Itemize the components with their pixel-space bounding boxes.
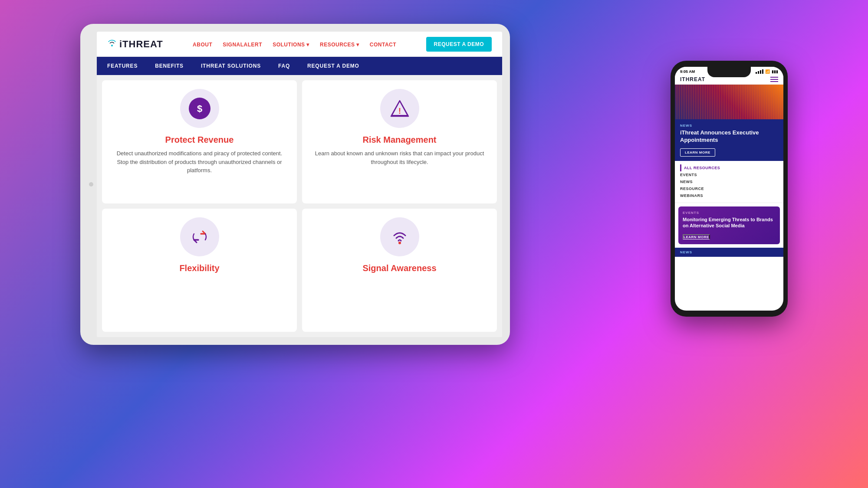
resource-all[interactable]: ALL RESOURCES — [680, 164, 778, 171]
subnav-benefits[interactable]: BENEFITS — [155, 63, 184, 69]
svg-text:$: $ — [197, 103, 202, 114]
resource-webinars[interactable]: WEBINARS — [680, 192, 778, 199]
phone-resources-list: ALL RESOURCES EVENTS NEWS RESOURCE WEBIN… — [675, 161, 783, 203]
tablet-navbar: iTHREAT ABOUT SIGNALALERT SOLUTIONS ▾ RE… — [97, 32, 502, 57]
svg-text:!: ! — [398, 107, 401, 115]
menu-line-1 — [770, 77, 778, 78]
event-tag: EVENTS — [683, 211, 776, 215]
feature-flexibility: Flexibility — [102, 209, 297, 332]
event-title: Monitoring Emerging Threats to Brands on… — [683, 216, 776, 229]
feature-protect-revenue: $ Protect Revenue Detect unauthorized mo… — [102, 80, 297, 203]
logo-text: iTHREAT — [119, 39, 163, 50]
phone-status-icons: 📶 ▮▮▮ — [756, 69, 778, 74]
hamburger-menu-icon[interactable] — [770, 77, 778, 82]
phone-device: 9:05 AM 📶 ▮▮▮ ITHREAT — [671, 61, 788, 317]
protect-revenue-icon-circle: $ — [180, 89, 219, 128]
phone-notch — [707, 67, 751, 77]
resource-events[interactable]: EVENTS — [680, 171, 778, 178]
signal-awareness-icon-circle — [380, 217, 419, 256]
phone-event-card: EVENTS Monitoring Emerging Threats to Br… — [678, 206, 780, 245]
wifi-signal-icon — [107, 39, 117, 48]
chevron-down-icon: ▾ — [356, 42, 359, 48]
warning-triangle-icon: ! — [389, 98, 411, 119]
tablet-subnav: FEATURES BENEFITS ITHREAT SOLUTIONS FAQ … — [97, 57, 502, 75]
phone-screen: 9:05 AM 📶 ▮▮▮ ITHREAT — [675, 67, 783, 311]
subnav-faq[interactable]: FAQ — [278, 63, 290, 69]
nav-contact[interactable]: CONTACT — [370, 42, 396, 48]
svg-point-6 — [398, 242, 401, 244]
news-learn-more-button[interactable]: LEARN MORE — [680, 148, 715, 157]
news-title: iThreat Announces Executive Appointments — [680, 129, 778, 144]
battery-icon: ▮▮▮ — [772, 69, 778, 74]
nav-resources[interactable]: RESOURCES ▾ — [320, 42, 359, 48]
news-tag: NEWS — [680, 124, 778, 128]
tablet-logo: iTHREAT — [107, 39, 163, 50]
protect-revenue-desc: Detect unauthorized modifications and pi… — [112, 149, 286, 175]
tablet-screen: iTHREAT ABOUT SIGNALALERT SOLUTIONS ▾ RE… — [97, 32, 502, 337]
menu-line-3 — [770, 81, 778, 82]
signal-awareness-title: Signal Awareness — [362, 263, 436, 273]
resource-resource[interactable]: RESOURCE — [680, 185, 778, 192]
nav-solutions[interactable]: SOLUTIONS ▾ — [273, 42, 309, 48]
risk-management-title: Risk Management — [362, 135, 436, 145]
flexibility-icon-circle — [180, 217, 219, 256]
subnav-features[interactable]: FEATURES — [107, 63, 138, 69]
feature-signal-awareness: Signal Awareness — [302, 209, 497, 332]
protect-revenue-title: Protect Revenue — [165, 135, 234, 145]
bottom-news-tag: NEWS — [680, 250, 778, 254]
phone-logo: ITHREAT — [680, 76, 705, 82]
phone-time: 9:05 AM — [680, 69, 695, 74]
wifi-status-icon: 📶 — [765, 69, 770, 74]
feature-risk-management: ! Risk Management Learn about known and … — [302, 80, 497, 203]
hero-overlay — [675, 85, 783, 119]
signal-bars-icon — [756, 69, 763, 74]
tablet-device: iTHREAT ABOUT SIGNALALERT SOLUTIONS ▾ RE… — [80, 24, 510, 345]
phone-bottom-news-bar: NEWS — [675, 248, 783, 257]
menu-line-2 — [770, 79, 778, 80]
phone-news-section: NEWS iThreat Announces Executive Appoint… — [675, 119, 783, 161]
dollar-icon: $ — [189, 98, 210, 119]
chevron-down-icon: ▾ — [306, 42, 309, 48]
event-learn-more-button[interactable]: LEARN MORE — [683, 234, 710, 239]
wifi-awareness-icon — [389, 226, 411, 248]
nav-signalalert[interactable]: SIGNALALERT — [223, 42, 262, 48]
subnav-ithreat-solutions[interactable]: ITHREAT SOLUTIONS — [201, 63, 261, 69]
features-grid: $ Protect Revenue Detect unauthorized mo… — [97, 75, 502, 337]
resource-news[interactable]: NEWS — [680, 178, 778, 185]
risk-management-desc: Learn about known and unknown risks that… — [312, 149, 487, 166]
subnav-request-demo[interactable]: REQUEST A DEMO — [307, 63, 359, 69]
phone-hero-image — [675, 85, 783, 119]
tablet-side-button — [89, 182, 93, 187]
flexibility-title: Flexibility — [179, 263, 219, 273]
nav-links: ABOUT SIGNALALERT SOLUTIONS ▾ RESOURCES … — [193, 40, 396, 48]
request-demo-button[interactable]: REQUEST A DEMO — [426, 37, 492, 52]
nav-about[interactable]: ABOUT — [193, 42, 212, 48]
risk-management-icon-circle: ! — [380, 89, 419, 128]
flexibility-arrows-icon — [189, 226, 210, 248]
